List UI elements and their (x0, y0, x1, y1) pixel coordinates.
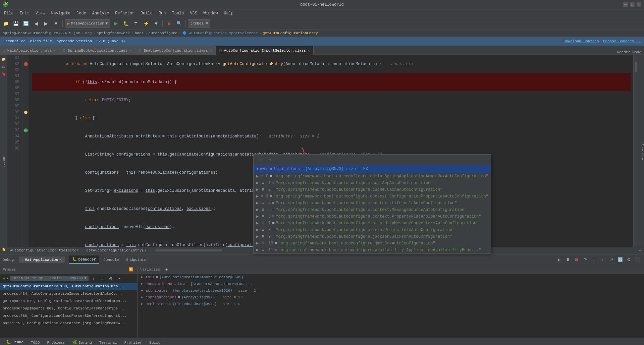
maximize-button[interactable]: □ (630, 2, 635, 7)
debug-tab-debugger[interactable]: 🐛 Debugger (69, 255, 100, 264)
sidebar-favorites-icon[interactable]: ⭐ (1, 246, 7, 252)
breadcrumb-class[interactable]: 🔷 AutoConfigurationImportSelector (182, 31, 258, 35)
var-configurations[interactable]: ▶ configurations = {ArrayList@3973} size… (138, 294, 644, 301)
tab-springboot-close[interactable]: ✕ (129, 49, 131, 53)
var-attributes[interactable]: ▶ attributes = {AnnotationAttributes@392… (138, 287, 644, 294)
scrollbar-thumb[interactable] (635, 62, 637, 72)
menu-vcs[interactable]: VCS (187, 10, 200, 16)
tab-main-application-close[interactable]: ✕ (54, 49, 56, 53)
tab-springboot-application[interactable]: ⬡ SpringBootApplication.class ✕ (59, 46, 135, 55)
debug-step-into-btn[interactable]: ↓ (590, 256, 598, 264)
debug-btn[interactable]: 🐛 (121, 19, 130, 28)
debug-settings-btn[interactable]: ⚙ (625, 256, 633, 264)
debug-step-out-btn[interactable]: ↑ (599, 256, 606, 264)
bottom-tab-build[interactable]: Build (146, 339, 164, 345)
menu-run[interactable]: Run (156, 10, 169, 16)
debug-session-close[interactable]: ✕ (59, 257, 62, 262)
bottom-tab-problems[interactable]: Problems (44, 339, 68, 345)
menu-help[interactable]: Help (221, 10, 236, 16)
sidebar-structure-icon[interactable]: 🗂 (1, 64, 7, 70)
jrebel-dropdown[interactable]: JRebel ▼ (188, 19, 210, 27)
reader-mode-btn[interactable]: Reader Mode (614, 50, 644, 55)
frame-item-4[interactable]: process:780, ConfigurationClassParser$De… (0, 312, 137, 320)
menu-analyze[interactable]: Analyze (90, 10, 112, 16)
tooltip-forward-btn[interactable]: → (266, 156, 273, 163)
toolbar-refresh-btn[interactable]: 🔄 (21, 19, 30, 28)
frame-item-3[interactable]: processGroupImports:809, ConfigurationCl… (0, 305, 137, 312)
minimize-button[interactable]: ─ (623, 2, 628, 7)
debug-pause-btn[interactable]: ⏸ (564, 256, 572, 264)
menu-navigate[interactable]: Navigate (48, 10, 73, 16)
breadcrumb-method[interactable]: getAutoConfigurationEntry (263, 31, 318, 35)
sidebar-structure-label[interactable]: Structure (641, 143, 644, 160)
breadcrumb-boot[interactable]: boot (135, 31, 144, 35)
menu-file[interactable]: File (1, 10, 16, 16)
debug-resume-btn[interactable]: ⏵ (555, 256, 563, 264)
debug-run-to-cursor-btn[interactable]: ↗ (608, 256, 615, 264)
download-sources-link[interactable]: Download Sources (564, 39, 599, 43)
bottom-tab-profiler[interactable]: Profiler (121, 339, 146, 345)
run-coverage-btn[interactable]: ☂ (131, 19, 140, 28)
frames-filter-btn[interactable]: 🔽 (127, 266, 135, 273)
breadcrumb-autoconfigure[interactable]: autoconfigure (149, 31, 177, 35)
debug-restore-btn[interactable]: ⬛ (634, 256, 641, 264)
tooltip-back-btn[interactable]: ← (256, 156, 264, 163)
tab-enable-close[interactable]: ✕ (210, 49, 212, 53)
debug-step-over-btn[interactable]: ↷ (582, 256, 589, 264)
var-annotation-metadata[interactable]: ▶ annotationMetadata = {StandardAnnotati… (138, 281, 644, 287)
sidebar-project-icon[interactable]: 📁 (1, 56, 7, 62)
debug-tab-endpoints[interactable]: Endpoints (123, 255, 150, 264)
menu-window[interactable]: Window (201, 10, 220, 16)
choose-sources-link[interactable]: Choose Sources... (603, 39, 641, 43)
debug-session-item[interactable]: ☕ MainApplication ✕ (19, 256, 65, 263)
h-scrollbar-thumb[interactable] (155, 249, 222, 251)
breadcrumb-jar[interactable]: spring-boot-autoconfigure-2.4.5.jar (3, 31, 80, 35)
breadcrumb-org[interactable]: org (85, 31, 92, 35)
frame-item-5[interactable]: parse:193, ConfigurationClassParser (org… (0, 320, 137, 327)
thread-down-btn[interactable]: ↓ (99, 275, 106, 282)
menu-code[interactable]: Code (74, 10, 89, 16)
menu-build[interactable]: Build (138, 10, 155, 16)
sidebar-bookmark-icon[interactable]: 🔖 (1, 71, 7, 77)
thread-more-btn[interactable]: ⋯ (116, 275, 123, 282)
stop-btn[interactable]: ■ (165, 19, 173, 28)
var-this[interactable]: ▶ this = {AutoConfigurationImportSelecto… (138, 274, 644, 281)
vars-add-btn[interactable]: + (163, 266, 170, 273)
scroll-end-btn[interactable]: ∞ (639, 248, 641, 252)
menu-view[interactable]: View (33, 10, 48, 16)
editor-scrollbar[interactable] (633, 55, 638, 247)
tab-enable-autoconfiguration[interactable]: ⬡ EnableAutoConfiguration.class ✕ (135, 46, 215, 55)
bottom-tab-debug[interactable]: 🐛 Debug (3, 338, 27, 345)
menu-edit[interactable]: Edit (17, 10, 32, 16)
toolbar-back-btn[interactable]: ◀ (32, 19, 40, 28)
debug-stop-btn[interactable]: ⏹ (573, 256, 580, 264)
breadcrumb-springframework[interactable]: springframework (97, 31, 130, 35)
close-button[interactable]: ✕ (637, 2, 641, 7)
frame-item-2[interactable]: getImports:879, ConfigurationClassParser… (0, 297, 137, 305)
thread-up-btn[interactable]: ↑ (90, 275, 97, 282)
toolbar-recent-btn[interactable]: ▼ (52, 19, 60, 28)
thread-filter-btn[interactable]: ⊕ (107, 275, 115, 282)
debug-tab-console[interactable]: Console (100, 255, 122, 264)
thread-dropdown[interactable]: *main*@1 in gr...*main*: RUNNING ▼ (10, 276, 89, 281)
toolbar-forward-btn[interactable]: ▶ (42, 19, 50, 28)
tooltip-expand-icon[interactable]: ▼ (256, 166, 259, 172)
tab-main-application[interactable]: ☕ MainApplication.java ✕ (0, 46, 59, 55)
main-config-dropdown[interactable]: ▶ MainApplication ▼ (65, 19, 110, 27)
bottom-tab-terminal[interactable]: Terminal (96, 339, 120, 345)
run-btn[interactable]: ▶ (111, 19, 120, 28)
menu-tools[interactable]: Tools (169, 10, 187, 16)
toolbar-save-btn[interactable]: 💾 (11, 19, 20, 28)
toolbar-search-btn[interactable]: 🔍 (175, 19, 183, 28)
debug-evaluate-btn[interactable]: 🔢 (616, 256, 624, 264)
tab-selector-close[interactable]: ✕ (308, 49, 310, 53)
bottom-tab-todo[interactable]: TODO (28, 339, 43, 345)
profile-btn[interactable]: ⚡ (142, 19, 150, 28)
frame-item-0[interactable]: getAutoConfigurationEntry:130, AutoConfi… (0, 283, 137, 290)
frame-item-1[interactable]: process:434, AutoConfigurationImportSele… (0, 290, 137, 297)
menu-refactor[interactable]: Refactor (112, 10, 137, 16)
tab-autoconfiguration-selector[interactable]: ⬡ AutoConfigurationImportSelector.class … (216, 46, 314, 55)
var-exclusions[interactable]: ▶ exclusions = {LinkedHashSet@3942} size… (138, 301, 644, 307)
sidebar-jrebel-icon[interactable]: JRebel (1, 154, 7, 170)
more-run-btn[interactable]: ▼ (152, 19, 160, 28)
